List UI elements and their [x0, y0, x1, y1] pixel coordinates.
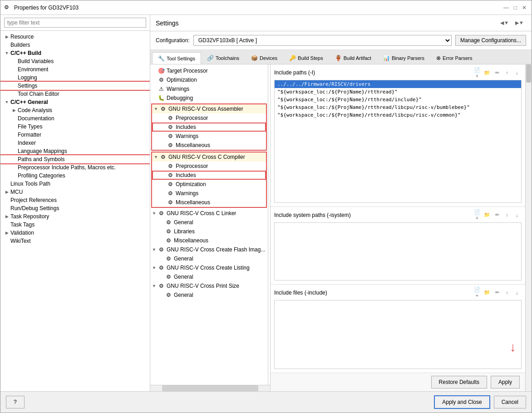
tool-label-optimization: Optimization [167, 77, 197, 83]
tool-item-c-includes[interactable]: ⚙ Includes [152, 171, 266, 180]
path-item-2[interactable]: "${workspace_loc:/${ProjName}/rtthread/i… [275, 96, 521, 103]
tree-item-file-types[interactable]: File Types [0, 123, 150, 131]
include-files-add-workspace-btn[interactable]: 📁 [483, 288, 492, 297]
include-paths-up-btn[interactable]: ↑ [502, 68, 512, 77]
tool-item-asm-misc[interactable]: ⚙ Miscellaneous [152, 141, 266, 150]
tree-item-wikitext[interactable]: WikiText [0, 237, 150, 245]
minimize-button[interactable]: — [502, 4, 510, 11]
tree-item-indexer[interactable]: Indexer [0, 139, 150, 147]
path-item-1[interactable]: "${workspace_loc:/${ProjName}/rtthread}" [275, 88, 521, 96]
tree-item-paths-symbols[interactable]: Paths and Symbols [0, 155, 150, 163]
apply-and-close-button[interactable]: Apply and Close [434, 395, 490, 409]
tool-item-asm-warnings[interactable]: ⚙ Warnings [152, 132, 266, 141]
tree-item-logging[interactable]: Logging [0, 74, 150, 82]
debugging-icon: 🐛 [158, 94, 165, 102]
nav-back-button[interactable]: ◀▼ [498, 19, 511, 27]
close-button[interactable]: ✕ [521, 4, 528, 11]
tool-item-target-processor[interactable]: 🎯 Target Processor [150, 66, 268, 75]
tool-item-warnings[interactable]: ⚠ Warnings [150, 84, 268, 93]
include-paths-down-btn[interactable]: ↓ [512, 68, 522, 77]
include-paths-add-workspace-btn[interactable]: 📁 [483, 68, 492, 77]
help-button[interactable]: ? [6, 396, 25, 408]
tree-item-code-analysis[interactable]: ▶ Code Analysis [0, 106, 150, 114]
config-select[interactable]: GD32VF103xB [ Active ] [193, 35, 452, 46]
tree-item-preprocessor-include[interactable]: Preprocessor Include Paths, Macros etc. [0, 163, 150, 172]
maximize-button[interactable]: □ [512, 4, 519, 11]
path-item-0[interactable]: ../../../Firmware/RISCV/drivers [275, 80, 521, 88]
tree-item-cpp-build[interactable]: ▼ C/C++ Build [0, 49, 150, 57]
include-system-edit-btn[interactable]: ✏ [493, 211, 502, 220]
include-paths-edit-btn[interactable]: ✏ [493, 68, 502, 77]
tool-item-gnu-c-linker[interactable]: ▼ ⚙ GNU RISC-V Cross C Linker [150, 209, 268, 218]
tree-item-validation[interactable]: ▶ Validation [0, 229, 150, 237]
tree-item-resource[interactable]: ▶ Resource [0, 33, 150, 41]
path-item-3[interactable]: "${workspace_loc:/${ProjName}/rtthread/l… [275, 103, 521, 111]
cancel-button[interactable]: Cancel [494, 396, 526, 408]
tree-item-build-variables[interactable]: Build Variables [0, 57, 150, 65]
tree-item-settings[interactable]: Settings [0, 82, 150, 90]
tool-item-debugging[interactable]: 🐛 Debugging [150, 93, 268, 103]
tree-item-run-debug[interactable]: Run/Debug Settings [0, 204, 150, 212]
tab-error-parsers[interactable]: ⊗ Error Parsers [430, 52, 478, 64]
tab-build-artifact[interactable]: 🏺 Build Artifact [329, 52, 377, 64]
tab-tool-settings[interactable]: 🔧 Tool Settings [152, 52, 201, 64]
tree-item-documentation[interactable]: Documentation [0, 114, 150, 123]
tab-toolchains[interactable]: 🔗 Toolchains [201, 52, 245, 64]
tree-item-environment[interactable]: Environment [0, 65, 150, 74]
path-item-4[interactable]: "${workspace_loc:/${ProjName}/rtthread/l… [275, 111, 521, 119]
expand-icon-ft [11, 124, 17, 129]
tree-item-mcu[interactable]: ▶ MCU [0, 188, 150, 196]
tool-item-l-general[interactable]: ⚙ General [150, 218, 268, 227]
include-files-add-btn[interactable]: 📄+ [473, 288, 482, 297]
expand-icon-env [11, 67, 17, 72]
tool-item-optimization[interactable]: ⚙ Optimization [150, 75, 268, 84]
tab-devices[interactable]: 📦 Devices [245, 52, 283, 64]
tool-item-gnu-print[interactable]: ▼ ⚙ GNU RISC-V Cross Print Size [150, 281, 268, 290]
tool-item-print-general[interactable]: ⚙ General [150, 290, 268, 300]
tool-item-c-misc[interactable]: ⚙ Miscellaneous [152, 198, 266, 207]
tree-item-task-repository[interactable]: ▶ Task Repository [0, 212, 150, 221]
tool-item-c-optimization[interactable]: ⚙ Optimization [152, 180, 266, 189]
include-files-edit-btn[interactable]: ✏ [493, 288, 502, 297]
manage-configurations-button[interactable]: Manage Configurations... [455, 35, 526, 46]
tree-label-profiling-categories: Profiling Categories [18, 172, 65, 179]
tool-item-gnu-assembler[interactable]: ▼ ⚙ GNU RISC-V Cross Assembler [152, 104, 266, 113]
tree-item-tool-chain-editor[interactable]: Tool Chain Editor [0, 90, 150, 98]
tree-item-linux-tools[interactable]: Linux Tools Path [0, 180, 150, 188]
tool-item-asm-includes[interactable]: ⚙ Includes [152, 123, 266, 132]
tree-item-language-mappings[interactable]: Language Mappings [0, 147, 150, 155]
tool-item-gnu-listing[interactable]: ▼ ⚙ GNU RISC-V Cross Create Listing [150, 263, 268, 272]
tool-item-gnu-flash[interactable]: ▼ ⚙ GNU RISC-V Cross Create Flash Imag..… [150, 245, 268, 254]
restore-defaults-button[interactable]: Restore Defaults [431, 376, 487, 388]
include-system-add-workspace-btn[interactable]: 📁 [483, 211, 492, 220]
include-files-down-btn[interactable]: ↓ [512, 288, 522, 297]
include-files-up-btn[interactable]: ↑ [502, 288, 512, 297]
tool-item-asm-preprocessor[interactable]: ⚙ Preprocessor [152, 113, 266, 123]
tab-binary-parsers[interactable]: 📊 Binary Parsers [377, 52, 430, 64]
tool-item-l-misc[interactable]: ⚙ Miscellaneous [150, 236, 268, 245]
include-system-up-btn[interactable]: ↑ [502, 211, 512, 220]
tool-tree-hscroll[interactable] [150, 385, 270, 391]
tool-item-c-warnings[interactable]: ⚙ Warnings [152, 189, 266, 198]
tool-item-flash-general[interactable]: ⚙ General [150, 254, 268, 263]
tool-item-listing-general[interactable]: ⚙ General [150, 272, 268, 281]
tab-build-steps[interactable]: 🔑 Build Steps [283, 52, 329, 64]
tree-item-formatter[interactable]: Formatter [0, 131, 150, 139]
include-system-actions: 📄+ 📁 ✏ ↑ ↓ [473, 211, 522, 220]
tool-item-gnu-c-compiler[interactable]: ▼ ⚙ GNU RISC-V Cross C Compiler [152, 152, 266, 162]
filter-input[interactable] [4, 18, 146, 28]
left-tree: ▶ Resource Builders ▼ C/C++ Build Build … [0, 31, 150, 391]
tree-item-cpp-general[interactable]: ▼ C/C++ General [0, 98, 150, 106]
tool-item-l-libraries[interactable]: ⚙ Libraries [150, 227, 268, 236]
include-system-add-btn[interactable]: 📄+ [473, 211, 482, 220]
tree-item-profiling-categories[interactable]: Profiling Categories [0, 172, 150, 180]
right-apply-button[interactable]: Apply [491, 376, 520, 388]
tree-item-builders[interactable]: Builders [0, 41, 150, 49]
include-system-down-btn[interactable]: ↓ [512, 211, 522, 220]
tree-item-task-tags[interactable]: Task Tags [0, 221, 150, 229]
right-vscroll[interactable] [525, 64, 532, 391]
include-paths-add-btn[interactable]: 📄+ [473, 68, 482, 77]
nav-forward-button[interactable]: ▶▼ [513, 19, 526, 27]
tool-item-c-preprocessor[interactable]: ⚙ Preprocessor [152, 162, 266, 171]
tree-item-project-references[interactable]: Project References [0, 196, 150, 204]
